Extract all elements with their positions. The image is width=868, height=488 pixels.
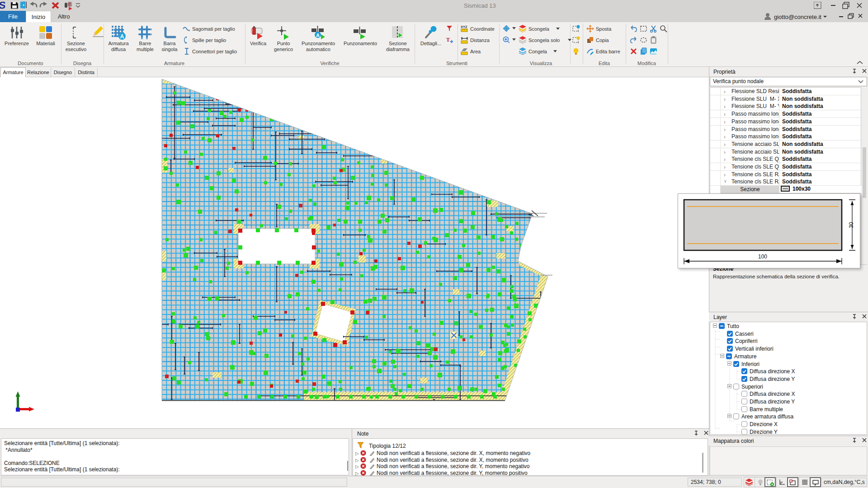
svg-text:T: T: [446, 37, 450, 43]
svg-text:S: S: [0, 0, 6, 11]
svg-text:XYZ: XYZ: [461, 25, 467, 29]
svg-text:A: A: [120, 33, 124, 40]
svg-text:A: A: [316, 33, 320, 38]
svg-text:30: 30: [848, 222, 854, 228]
svg-text:100: 100: [758, 253, 767, 260]
